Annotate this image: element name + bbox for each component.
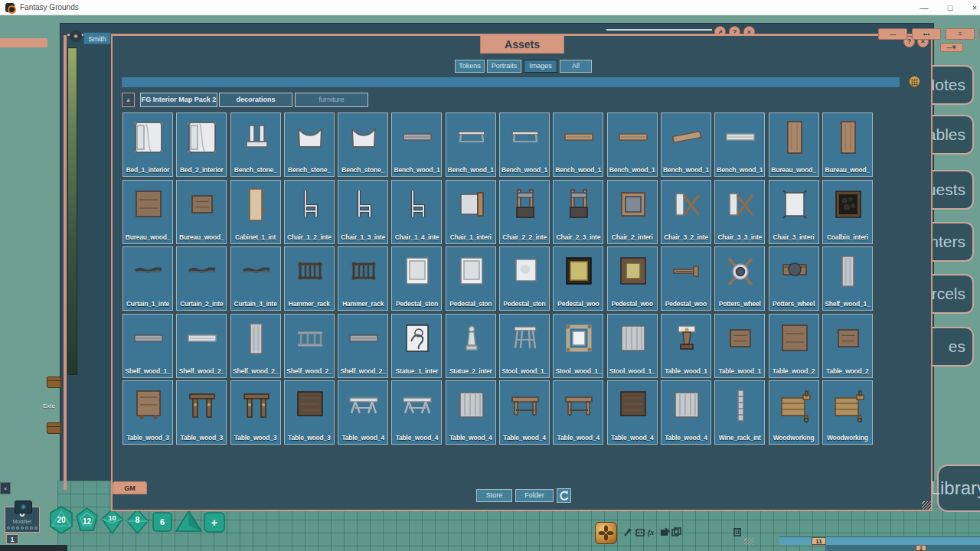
asset-tile[interactable]: Table_wood_4 [661,380,711,445]
asset-tile[interactable]: Bureau_wood_ [122,180,173,244]
breadcrumb-1[interactable]: FG Interior Map Pack 2 [140,93,217,107]
toolbar-resize-handle[interactable] [744,538,753,545]
asset-tile[interactable]: Chair_1_interi [446,180,496,244]
d4-die[interactable] [175,510,203,536]
hotkey-bar-1[interactable] [779,536,980,545]
asset-tile[interactable]: Woodworking [769,380,819,445]
asset-tile[interactable]: Bench_stone_ [284,112,335,177]
asset-tile[interactable]: Chair_3_interi [769,180,819,244]
copy-icon[interactable] [671,527,681,537]
asset-tile[interactable]: Coalbin_interi [822,180,873,244]
asset-tile[interactable]: Curtain_3_inte [230,246,281,311]
sidebar-button-library[interactable]: Library [937,465,980,512]
asset-tile[interactable]: Bench_wood_1 [661,112,711,177]
asset-tile[interactable]: Chair_2_3_inte [553,180,603,244]
tab-portraits[interactable]: Portraits [487,60,521,73]
asset-tile[interactable]: Curtain_1_inte [122,246,173,311]
fg-tools-button[interactable] [595,522,617,544]
asset-tile[interactable]: Pedestal_ston [446,246,496,311]
d12-die[interactable]: 12 [74,507,100,537]
asset-tile[interactable]: Shelf_wood_1_ [122,314,173,378]
d6-die[interactable]: 6 [152,511,173,536]
maximize-button[interactable]: □ [939,0,962,15]
asset-tile[interactable]: Shelf_wood_2_ [176,314,227,378]
asset-tile[interactable]: Chair_1_4_inte [391,180,442,244]
asset-tile[interactable]: Woodworking [822,380,873,445]
sidebar-pin-button[interactable]: —✳ [940,43,963,52]
asset-tile[interactable]: Pedestal_woo [661,246,711,311]
export-icon[interactable] [659,527,670,537]
asset-tile[interactable]: Bench_wood_1 [391,112,442,177]
asset-tile[interactable]: Hammer_rack [338,246,388,311]
tab-tokens[interactable]: Tokens [455,60,485,73]
asset-tile[interactable]: Bench_wood_1 [714,112,765,177]
asset-tile[interactable]: Bureau_wood_ [176,180,227,244]
asset-tile[interactable]: Stool_wood_1_ [499,314,550,378]
calculator-button[interactable]: ≡ [946,28,975,40]
asset-tile[interactable]: Table_wood_2 [822,314,873,378]
hotkey-bar-2[interactable] [825,545,980,551]
asset-tile[interactable]: Bureau_wood_ [769,112,819,177]
asset-tile[interactable]: Chair_3_3_inte [714,180,765,244]
asset-tile[interactable]: Stool_wood_1_ [553,314,603,378]
asset-tile[interactable]: Shelf_wood_2_ [284,314,335,378]
asset-tile[interactable]: Bench_wood_1 [553,112,603,177]
search-input[interactable] [122,77,900,87]
d10-die[interactable]: 10 [100,509,125,537]
asset-tile[interactable]: Bed_2_interior [176,112,227,177]
asset-tile[interactable]: Bureau_wood_ [822,112,873,177]
radial-menu-icon[interactable]: ✳ [15,500,32,514]
asset-tile[interactable]: Bench_wood_1 [499,112,550,177]
asset-tile[interactable]: Table_wood_3 [284,380,335,445]
options-dots-button[interactable]: ••• [912,28,941,40]
asset-tile[interactable]: Chair_2_interi [607,180,658,244]
smith-image-tab[interactable]: Smith [83,32,111,44]
close-button[interactable]: × [963,0,980,15]
asset-tile[interactable]: Wine_rack_int [714,380,765,445]
asset-tile[interactable]: Chair_3_2_inte [661,180,711,244]
asset-tile[interactable]: Chair_1_3_inte [338,180,388,244]
dialog-title[interactable]: Assets [480,36,564,54]
folder-up-button[interactable]: ▲ [122,93,135,107]
asset-tile[interactable]: Statue_2_inter [446,314,496,378]
item-chest-icon[interactable] [47,422,61,434]
store-button[interactable]: Store [476,489,512,502]
magic-pointer-icon[interactable] [622,527,633,537]
gm-chat-tab[interactable]: GM [113,481,147,494]
folder-button[interactable]: Folder [515,489,554,502]
resize-handle[interactable] [922,501,931,510]
fx-icon[interactable]: fx [647,527,658,537]
asset-tile[interactable]: Table_wood_3 [176,380,227,445]
asset-tile[interactable]: Shelf_wood_2_ [338,314,388,378]
item-chest-icon[interactable] [47,377,61,388]
asset-tile[interactable]: Chair_1_2_inte [284,180,335,244]
asset-tile[interactable]: Chair_2_2_inte [499,180,550,244]
grid-view-icon[interactable] [909,76,920,87]
asset-tile[interactable]: Table_wood_1 [714,314,765,378]
asset-tile[interactable]: Table_wood_4 [553,380,603,445]
asset-tile[interactable]: Potters_wheel [714,246,765,311]
asset-tile[interactable]: Pedestal_ston [391,246,442,311]
asset-tile[interactable]: Hammer_rack [284,246,335,311]
asset-tile[interactable]: Table_wood_4 [607,380,658,445]
asset-tile[interactable]: Table_wood_4 [499,380,550,445]
d20-die[interactable]: 20 [48,506,74,537]
minimize-button[interactable]: — [913,0,936,15]
asset-tile[interactable]: Table_wood_3 [122,380,173,445]
asset-tile[interactable]: Table_wood_2 [769,314,819,378]
window-menu-icon[interactable]: ◆ [70,30,82,42]
asset-tile[interactable]: Statue_1_inter [391,314,442,378]
asset-tile[interactable]: Curtain_2_inte [176,246,227,311]
asset-tile[interactable]: Bench_wood_1 [446,112,496,177]
asset-tile[interactable]: Cabinet_1_int [230,180,281,244]
asset-tile[interactable]: Bed_1_interior [122,112,173,177]
asset-tile[interactable]: Potters_wheel [769,246,819,311]
asset-tile[interactable]: Bench_wood_1 [607,112,658,177]
window-close-mini-icon[interactable]: × [0,482,11,494]
asset-tile[interactable]: Table_wood_4 [391,380,442,445]
collapse-sidebar-button[interactable]: — [878,28,907,40]
token-grid-icon[interactable] [635,527,645,537]
zoom-slider[interactable] [606,29,712,31]
asset-tile[interactable]: Stool_wood_1_ [607,314,658,378]
asset-tile[interactable]: Table_wood_4 [446,380,496,445]
